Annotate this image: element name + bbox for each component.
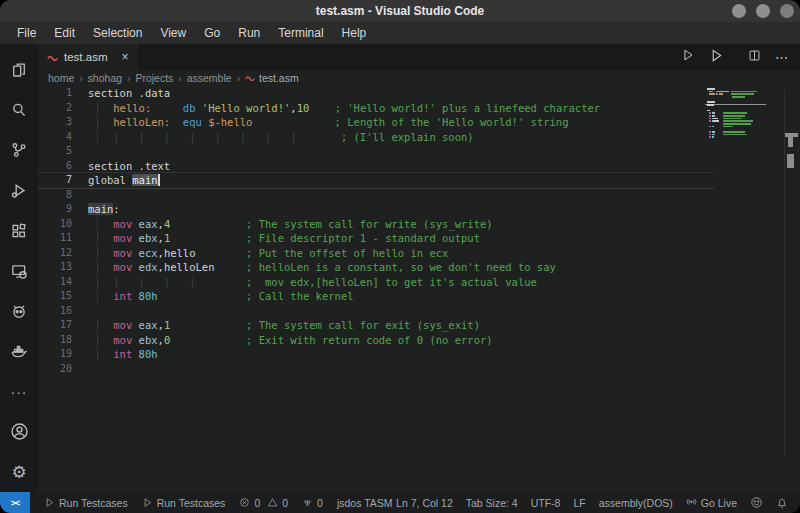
breadcrumb-separator: › <box>127 73 130 84</box>
language-mode[interactable]: assembly(DOS) <box>599 492 673 513</box>
tab-bar: test.asm × ⋯ <box>38 44 800 70</box>
line-number: 1 <box>38 86 88 101</box>
line-text <box>88 188 714 203</box>
search-icon[interactable] <box>0 90 38 130</box>
error-icon <box>239 497 250 508</box>
line-number: 15 <box>38 289 88 304</box>
code-line-14[interactable]: 14 | | | | ; mov edx,[helloLen] to get i… <box>38 275 714 290</box>
go-live-button[interactable]: Go Live <box>686 492 737 513</box>
run-testcases-button-2[interactable]: Run Testcases <box>142 492 226 513</box>
line-number: 13 <box>38 260 88 275</box>
code-line-1[interactable]: 1section .data <box>38 86 714 101</box>
play-icon <box>142 497 153 508</box>
encoding[interactable]: UTF-8 <box>531 492 561 513</box>
extensions-icon[interactable] <box>0 211 38 251</box>
indent-guide <box>97 290 98 303</box>
ports-indicator[interactable]: 0 <box>302 492 323 513</box>
code-line-20[interactable]: 20 <box>38 362 714 377</box>
eol[interactable]: LF <box>573 492 585 513</box>
minimize-button[interactable] <box>732 4 746 18</box>
code-line-3[interactable]: 3 helloLen: equ $-hello ; Length of the … <box>38 115 714 130</box>
extension-face-icon[interactable] <box>0 291 38 331</box>
titlebar[interactable]: test.asm - Visual Studio Code <box>0 0 800 22</box>
window-title: test.asm - Visual Studio Code <box>316 4 484 18</box>
breadcrumb-separator: › <box>178 73 181 84</box>
more-views-icon[interactable]: ··· <box>0 372 38 412</box>
remote-explorer-icon[interactable] <box>0 251 38 291</box>
indent-guide <box>97 348 98 361</box>
run-code-icon[interactable] <box>681 48 695 66</box>
breadcrumb-item[interactable]: home <box>48 72 74 84</box>
code-line-4[interactable]: 4 | | | | | | | | ; (I'll explain soon) <box>38 130 714 145</box>
more-actions-icon[interactable]: ⋯ <box>775 50 788 65</box>
docker-icon[interactable] <box>0 331 38 371</box>
menu-edit[interactable]: Edit <box>45 24 84 42</box>
line-number: 10 <box>38 217 88 232</box>
tab-size[interactable]: Tab Size: 4 <box>466 492 518 513</box>
source-control-icon[interactable] <box>0 130 38 170</box>
code-line-11[interactable]: 11 mov ebx,1 ; File descriptor 1 - stand… <box>38 231 714 246</box>
code-line-18[interactable]: 18 mov ebx,0 ; Exit with return code of … <box>38 333 714 348</box>
cursor-position[interactable]: Ln 7, Col 12 <box>396 492 453 513</box>
code-line-12[interactable]: 12 mov ecx,hello ; Put the offset of hel… <box>38 246 714 261</box>
maximize-button[interactable] <box>756 4 770 18</box>
account-icon[interactable] <box>0 412 38 452</box>
line-text: mov ecx,hello ; Put the offset of hello … <box>88 246 714 261</box>
breadcrumb-item[interactable]: Projects <box>135 72 173 84</box>
settings-gear-icon[interactable]: ⚙ <box>0 452 38 492</box>
line-number: 14 <box>38 275 88 290</box>
code-line-6[interactable]: 6section .text <box>38 159 714 174</box>
problems-indicator[interactable]: 0 0 <box>239 492 288 513</box>
line-text: mov eax,4 ; The system call for write (s… <box>88 217 714 232</box>
menu-selection[interactable]: Selection <box>84 24 151 42</box>
minimap-line <box>707 139 764 142</box>
code-line-9[interactable]: 9main: <box>38 202 714 217</box>
notifications-bell-icon[interactable] <box>776 492 788 513</box>
code-editor[interactable]: 1section .data2 hello: db 'Hello world!'… <box>38 86 800 492</box>
explorer-icon[interactable] <box>0 50 38 90</box>
code-line-17[interactable]: 17 mov eax,1 ; The system call for exit … <box>38 318 714 333</box>
run-icon[interactable] <box>709 48 724 67</box>
breadcrumb-item[interactable]: shohag <box>88 72 122 84</box>
line-text: | | | | ; mov edx,[helloLen] to get it's… <box>88 275 714 290</box>
remote-indicator[interactable]: >< <box>0 492 30 513</box>
line-text: mov edx,helloLen ; helloLen is a constan… <box>88 260 714 275</box>
split-editor-icon[interactable] <box>748 48 761 66</box>
code-line-2[interactable]: 2 hello: db 'Hello world!',10 ; 'Hello w… <box>38 101 714 116</box>
code-line-13[interactable]: 13 mov edx,helloLen ; helloLen is a cons… <box>38 260 714 275</box>
close-window-button[interactable] <box>780 4 794 18</box>
menu-terminal[interactable]: Terminal <box>269 24 332 42</box>
run-testcases-button[interactable]: Run Testcases <box>44 492 128 513</box>
indent-guide <box>97 116 98 129</box>
code-line-8[interactable]: 8 <box>38 188 714 203</box>
editor-group: test.asm × ⋯ home›shohag›Projects›assemb… <box>38 44 800 492</box>
window-controls <box>732 4 794 18</box>
tab-test-asm[interactable]: test.asm × <box>38 44 140 70</box>
line-text: main: <box>88 202 714 217</box>
code-line-15[interactable]: 15 int 80h ; Call the kernel <box>38 289 714 304</box>
feedback-smiley-icon[interactable] <box>750 492 763 513</box>
minimap[interactable] <box>707 88 764 152</box>
jsdos-tasm-item[interactable]: jsdos TASM <box>337 492 393 513</box>
line-text <box>88 304 714 319</box>
menu-help[interactable]: Help <box>333 24 376 42</box>
code-line-5[interactable]: 5 <box>38 144 714 159</box>
code-line-16[interactable]: 16 <box>38 304 714 319</box>
code-line-19[interactable]: 19 int 80h <box>38 347 714 362</box>
indent-guide <box>97 131 98 144</box>
breadcrumb-item[interactable]: assemble <box>187 72 232 84</box>
line-text <box>88 362 714 377</box>
code-line-7[interactable]: 7global main <box>38 173 714 188</box>
menu-run[interactable]: Run <box>229 24 269 42</box>
code-line-10[interactable]: 10 mov eax,4 ; The system call for write… <box>38 217 714 232</box>
run-debug-icon[interactable] <box>0 171 38 211</box>
tab-close-icon[interactable]: × <box>119 50 130 64</box>
menu-file[interactable]: File <box>8 24 45 42</box>
line-text: section .data <box>88 86 714 101</box>
menu-go[interactable]: Go <box>195 24 229 42</box>
status-bar: >< Run Testcases Run Testcases 0 0 0 <box>0 492 800 513</box>
menu-view[interactable]: View <box>151 24 195 42</box>
breadcrumb-item[interactable]: test.asm <box>259 72 299 84</box>
indent-guide <box>97 218 98 231</box>
line-number: 4 <box>38 130 88 145</box>
